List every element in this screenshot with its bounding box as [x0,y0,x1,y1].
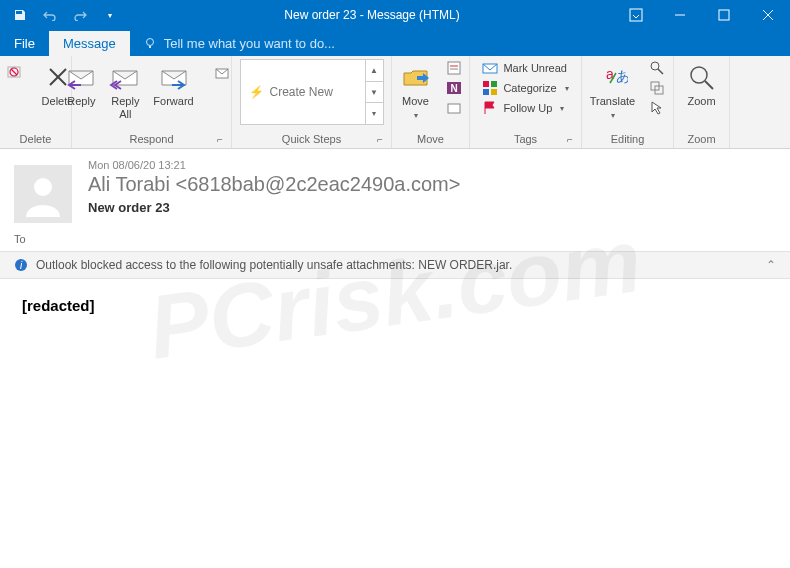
message-body: [redacted] [0,279,790,333]
zoom-icon [686,61,718,93]
rules-icon [446,60,462,76]
quick-steps-gallery[interactable]: ⚡ Create New ▲ ▼ ▾ [240,59,384,125]
reply-button[interactable]: Reply [61,59,101,110]
translate-button[interactable]: aあ Translate ▾ [586,59,639,124]
junk-split[interactable] [0,59,34,97]
svg-point-29 [691,67,707,83]
infobar-text: Outlook blocked access to the following … [36,258,512,272]
message-subject: New order 23 [88,200,770,215]
group-label-move: Move [398,132,463,146]
lightbulb-icon [144,37,158,51]
svg-line-26 [658,69,663,74]
to-row: To [0,231,790,251]
sender-avatar [14,165,72,223]
related-icon [649,80,665,96]
translate-icon: aあ [597,61,629,93]
gallery-more[interactable]: ▾ [366,103,383,124]
svg-line-8 [11,69,17,75]
svg-rect-17 [448,104,460,113]
svg-point-25 [651,62,659,70]
message-header: Mon 08/06/20 13:21 Ali Torabi <6818bab@2… [0,149,790,231]
qat-customize-icon[interactable]: ▾ [98,3,122,27]
find-button[interactable] [645,59,669,77]
group-label-respond: Respond [78,132,225,146]
svg-rect-20 [491,81,497,87]
move-button[interactable]: Move ▾ [396,59,436,124]
svg-rect-19 [483,81,489,87]
window-title: New order 23 - Message (HTML) [130,8,614,22]
attachment-blocked-infobar[interactable]: i Outlook blocked access to the followin… [0,251,790,279]
title-bar: ▾ New order 23 - Message (HTML) [0,0,790,30]
find-icon [649,60,665,76]
select-icon [649,100,665,116]
categorize-button[interactable]: Categorize▾ [478,79,572,97]
message-date: Mon 08/06/20 13:21 [88,159,770,171]
forward-icon [158,61,190,93]
reply-all-icon [109,61,141,93]
gallery-down[interactable]: ▼ [366,82,383,104]
onenote-button[interactable]: N [442,79,466,97]
svg-point-5 [146,38,153,45]
ribbon: Delete Delete Reply Reply All [0,56,790,149]
tell-me-search[interactable]: Tell me what you want to do... [130,31,349,56]
svg-rect-0 [630,9,642,21]
mark-unread-icon [482,60,498,76]
infobar-chevron-icon[interactable]: ⌃ [766,258,776,272]
svg-rect-12 [448,62,460,74]
flag-icon [482,100,498,116]
svg-text:N: N [450,83,457,94]
body-text: [redacted] [22,297,95,314]
tab-file[interactable]: File [0,31,49,56]
tell-me-label: Tell me what you want to do... [164,36,335,51]
svg-rect-22 [491,89,497,95]
move-folder-icon [400,61,432,93]
message-from: Ali Torabi <6818bab@2c2eac2490a.com> [88,173,770,196]
maximize-button[interactable] [702,0,746,30]
ribbon-options-icon[interactable] [614,0,658,30]
select-button[interactable] [645,99,669,117]
forward-button[interactable]: Forward [149,59,197,110]
group-label-editing: Editing [588,132,667,146]
rules-button[interactable] [442,59,466,77]
categorize-icon [482,80,498,96]
actions-icon [446,100,462,116]
group-label-tags: Tags [476,132,575,146]
close-button[interactable] [746,0,790,30]
reply-icon [65,61,97,93]
redo-icon[interactable] [68,3,92,27]
save-icon[interactable] [8,3,32,27]
group-label-quicksteps: Quick Steps [238,132,385,146]
mark-unread-button[interactable]: Mark Unread [478,59,572,77]
svg-text:あ: あ [616,68,628,84]
respond-dialog-launcher[interactable]: ⌐ [217,134,229,146]
reply-all-button[interactable]: Reply All [105,59,145,123]
follow-up-button[interactable]: Follow Up▾ [478,99,572,117]
ribbon-tabs: File Message Tell me what you want to do… [0,30,790,56]
actions-button[interactable] [442,99,466,117]
to-label: To [14,233,26,245]
minimize-button[interactable] [658,0,702,30]
gallery-up[interactable]: ▲ [366,60,383,82]
onenote-icon: N [446,80,462,96]
quicksteps-dialog-launcher[interactable]: ⌐ [377,134,389,146]
create-new-label: Create New [270,85,333,99]
tab-message[interactable]: Message [49,31,130,56]
related-button[interactable] [645,79,669,97]
group-label-zoom: Zoom [680,132,723,146]
svg-point-31 [34,178,52,196]
undo-icon[interactable] [38,3,62,27]
group-label-delete: Delete [6,132,65,146]
svg-line-30 [705,81,713,89]
zoom-button[interactable]: Zoom [682,59,722,110]
svg-rect-2 [719,10,729,20]
lightning-icon: ⚡ [249,85,264,99]
info-icon: i [14,258,28,272]
svg-rect-21 [483,89,489,95]
tags-dialog-launcher[interactable]: ⌐ [567,134,579,146]
